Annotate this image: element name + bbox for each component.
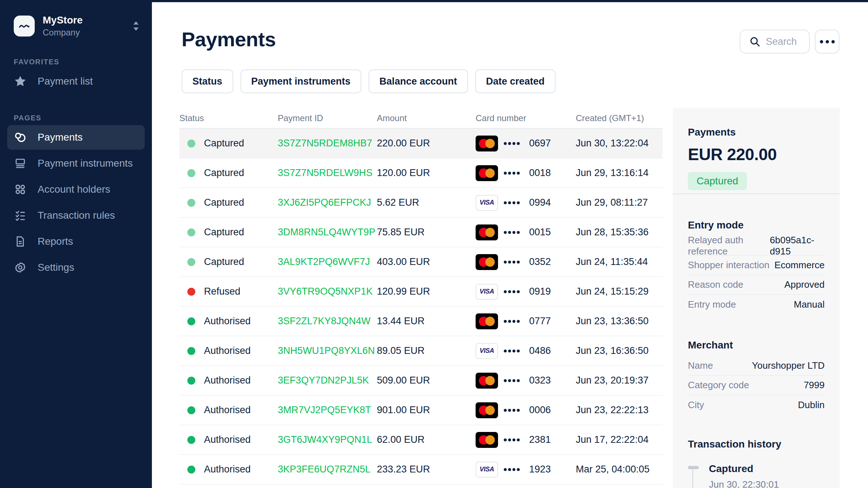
payment-detail-panel: Payments EUR 220.00 Captured Entry modeR… — [673, 108, 840, 488]
card-mask-dots — [504, 142, 520, 145]
payment-id-link[interactable]: 3MR7VJ2PQ5EYK8T — [278, 404, 371, 415]
payment-id-cell: 3AL9KT2PQ6WVF7J — [278, 256, 377, 267]
panel-amount: EUR 220.00 — [688, 145, 825, 164]
amount-cell: 901.00 EUR — [377, 404, 476, 416]
org-switch-chevrons-icon[interactable] — [131, 20, 141, 33]
filter-button-balance-account[interactable]: Balance account — [369, 69, 468, 93]
status-label: Authorised — [204, 345, 251, 356]
document-icon — [14, 235, 27, 248]
search-button-label: Search — [766, 36, 797, 47]
status-cell: Authorised — [179, 434, 278, 445]
gear-icon — [14, 261, 27, 274]
mastercard-icon — [476, 165, 498, 181]
card-cell: 0015 — [476, 224, 576, 240]
payment-id-cell: 3VY6TR9OQ5NXP1K — [278, 286, 377, 297]
card-last4: 0352 — [529, 256, 551, 267]
created-cell: Jun 28, 15:35:36 — [576, 227, 663, 238]
payment-id-link[interactable]: 3S7Z7N5RDELW9HS — [278, 167, 373, 178]
sidebar-item-label: Payment instruments — [38, 158, 133, 169]
filter-bar: StatusPayment instrumentsBalance account… — [182, 69, 556, 93]
payment-id-cell: 3EF3QY7DN2PJL5K — [278, 375, 377, 386]
kv-value: Yourshopper LTD — [752, 360, 825, 371]
status-dot-icon — [187, 377, 195, 385]
nav-section-favorites: FAVORITESPayment list — [0, 58, 152, 94]
status-dot-icon — [187, 140, 195, 147]
timeline-marker-dash-icon — [688, 466, 699, 469]
more-options-button[interactable] — [815, 30, 839, 53]
card-icon — [14, 157, 27, 170]
table-body: Captured3S7Z7N5RDEM8HB7220.00 EUR0697Jun… — [179, 129, 663, 484]
payment-id-link[interactable]: 3S7Z7N5RDEM8HB7 — [278, 138, 372, 149]
status-cell: Captured — [179, 138, 278, 149]
sidebar-item-label: Account holders — [38, 184, 110, 195]
table-row[interactable]: Authorised3GT6JW4XY9PQN1L62.00 EUR2381Ju… — [179, 425, 663, 455]
payment-id-link[interactable]: 3GT6JW4XY9PQN1L — [278, 434, 372, 445]
table-row[interactable]: Captured3XJ6ZI5PQ6EFPCKJ5.62 EURVISA0994… — [179, 188, 663, 218]
payment-id-link[interactable]: 3KP3FE6UQ7RZN5L — [278, 464, 371, 475]
sidebar-item-payments[interactable]: Payments — [7, 125, 145, 150]
card-cell: 0777 — [476, 313, 576, 329]
visa-icon: VISA — [476, 195, 498, 211]
sidebar-item-settings[interactable]: Settings — [7, 255, 145, 280]
sidebar-item-payment-list[interactable]: Payment list — [7, 69, 145, 94]
status-label: Authorised — [204, 404, 251, 416]
sidebar: MyStore Company FAVORITESPayment listPAG… — [0, 0, 152, 488]
status-cell: Authorised — [179, 404, 278, 416]
history-timeline: CapturedJun 30, 22:30:01Authorised — [688, 463, 825, 488]
column-header-card-number: Card number — [476, 113, 576, 123]
payment-id-link[interactable]: 3XJ6ZI5PQ6EFPCKJ — [278, 197, 371, 208]
table-header-row: StatusPayment IDAmountCard numberCreated… — [179, 108, 663, 129]
payment-id-link[interactable]: 3SF2ZL7KY8JQN4W — [278, 316, 371, 326]
status-dot-icon — [187, 436, 195, 444]
sidebar-item-label: Transaction rules — [38, 210, 115, 221]
card-last4: 1923 — [529, 464, 551, 475]
amount-cell: 233.23 EUR — [377, 464, 476, 475]
table-row[interactable]: Captured3DM8RN5LQ4WYT9P75.85 EUR0015Jun … — [179, 218, 663, 247]
payment-id-link[interactable]: 3VY6TR9OQ5NXP1K — [278, 286, 373, 297]
created-cell: Jun 29, 13:16:14 — [576, 167, 663, 179]
card-last4: 0323 — [529, 375, 551, 386]
table-row[interactable]: Authorised3KP3FE6UQ7RZN5L233.23 EURVISA1… — [179, 455, 663, 484]
card-cell: VISA0919 — [476, 284, 576, 300]
status-dot-icon — [187, 317, 195, 325]
payment-id-link[interactable]: 3EF3QY7DN2PJL5K — [278, 375, 369, 386]
table-row[interactable]: Authorised3NH5WU1PQ8YXL6N89.05 EURVISA04… — [179, 336, 663, 366]
sidebar-item-account-holders[interactable]: Account holders — [7, 177, 145, 202]
search-button[interactable]: Search — [740, 30, 810, 53]
card-mask-dots — [504, 172, 520, 175]
card-last4: 0486 — [529, 345, 551, 356]
sidebar-item-reports[interactable]: Reports — [7, 229, 145, 254]
filter-button-payment-instruments[interactable]: Payment instruments — [241, 69, 362, 93]
filter-button-status[interactable]: Status — [182, 69, 233, 93]
filter-button-date-created[interactable]: Date created — [475, 69, 556, 93]
created-cell: Jun 23, 20:19:37 — [576, 375, 663, 386]
amount-cell: 5.62 EUR — [377, 197, 476, 208]
payment-id-link[interactable]: 3DM8RN5LQ4WYT9P — [278, 227, 375, 237]
card-last4: 0919 — [529, 286, 551, 297]
sidebar-item-transaction-rules[interactable]: Transaction rules — [7, 203, 145, 228]
table-row[interactable]: Refused3VY6TR9OQ5NXP1K120.99 EURVISA0919… — [179, 277, 663, 307]
panel-kv-rows: Relayed auth reference6b095a1c-d915Shopp… — [688, 236, 825, 314]
table-row[interactable]: Captured3AL9KT2PQ6WVF7J403.00 EUR0352Jun… — [179, 247, 663, 277]
org-switcher[interactable]: MyStore Company — [14, 14, 141, 38]
panel-kv-row: CityDublin — [688, 395, 825, 415]
sidebar-item-payment-instruments[interactable]: Payment instruments — [7, 151, 145, 176]
column-header-amount: Amount — [377, 113, 476, 123]
payment-id-cell: 3GT6JW4XY9PQN1L — [278, 434, 377, 445]
kv-value: 6b095a1c-d915 — [770, 235, 825, 257]
table-row[interactable]: Captured3S7Z7N5RDEM8HB7220.00 EUR0697Jun… — [179, 129, 663, 158]
table-row[interactable]: Authorised3MR7VJ2PQ5EYK8T901.00 EUR0006J… — [179, 395, 663, 425]
status-dot-icon — [187, 258, 195, 266]
payment-id-link[interactable]: 3NH5WU1PQ8YXL6N — [278, 345, 375, 356]
payment-id-link[interactable]: 3AL9KT2PQ6WVF7J — [278, 256, 370, 267]
panel-kv-row: Shopper interactionEcommerce — [688, 256, 825, 275]
column-header-created-gmt-1-: Created (GMT+1) — [576, 113, 663, 123]
status-cell: Authorised — [179, 375, 278, 386]
table-row[interactable]: Authorised3EF3QY7DN2PJL5K509.00 EUR0323J… — [179, 366, 663, 395]
created-cell: Jun 23, 16:36:50 — [576, 345, 663, 356]
payment-id-cell: 3S7Z7N5RDEM8HB7 — [278, 138, 377, 149]
card-cell: 0018 — [476, 165, 576, 181]
table-row[interactable]: Authorised3SF2ZL7KY8JQN4W13.44 EUR0777Ju… — [179, 307, 663, 336]
table-row[interactable]: Captured3S7Z7N5RDELW9HS120.00 EUR0018Jun… — [179, 158, 663, 188]
card-mask-dots — [504, 350, 520, 352]
